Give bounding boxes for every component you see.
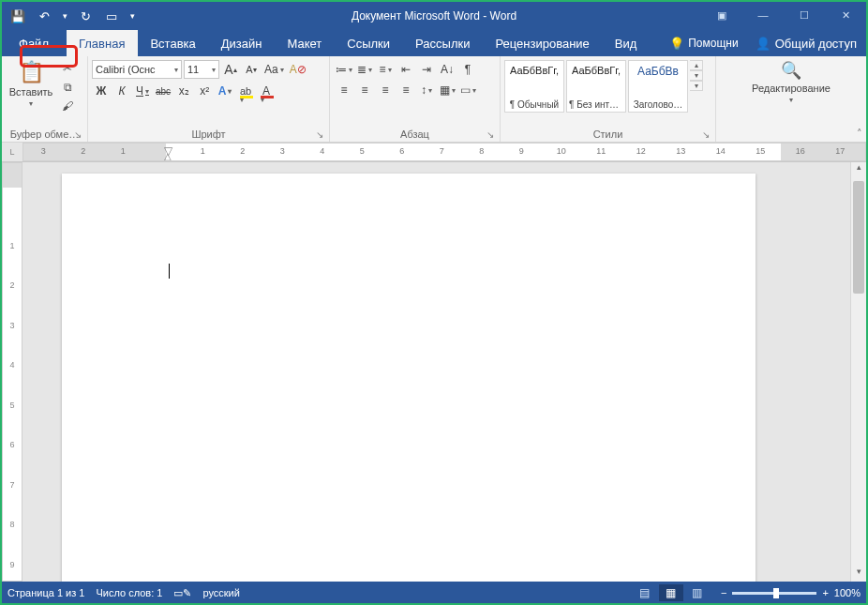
ruler-tick: 6	[382, 146, 423, 156]
style-heading1[interactable]: АаБбВв Заголово…	[628, 60, 688, 113]
strikethrough-button[interactable]: abc	[154, 82, 172, 100]
font-size-combo[interactable]: 11▾	[184, 60, 219, 79]
bullets-button[interactable]: ≔	[334, 60, 354, 79]
styles-scroll-up-icon[interactable]: ▴	[690, 60, 703, 70]
vertical-scrollbar[interactable]: ▴ ▾	[850, 162, 866, 582]
increase-indent-icon[interactable]: ⇥	[416, 60, 437, 79]
grow-font-icon[interactable]: A▴	[221, 60, 240, 79]
cut-icon[interactable]: ✂	[58, 60, 77, 77]
zoom-in-icon[interactable]: +	[822, 587, 828, 598]
ribbon-options-icon[interactable]: ▣	[701, 2, 742, 28]
close-icon[interactable]: ✕	[825, 2, 866, 28]
ruler-tick: 8	[462, 146, 502, 156]
change-case-button[interactable]: Aa	[262, 60, 286, 79]
paste-button[interactable]: 📋 Вставить ▾	[6, 58, 56, 128]
copy-icon[interactable]: ⧉	[58, 79, 77, 96]
ruler-tick: 10	[542, 146, 582, 156]
subscript-button[interactable]: x₂	[174, 82, 193, 100]
style-normal[interactable]: АаБбВвГг, ¶ Обычный	[504, 60, 564, 113]
italic-button[interactable]: К	[112, 82, 131, 100]
tab-view[interactable]: Вид	[603, 30, 651, 56]
bold-button[interactable]: Ж	[92, 82, 111, 100]
share-button[interactable]: 👤 Общий доступ	[746, 30, 866, 56]
maximize-icon[interactable]: ☐	[784, 2, 825, 28]
format-painter-icon[interactable]: 🖌	[58, 98, 77, 114]
tab-file[interactable]: Файл	[2, 30, 67, 56]
tab-home[interactable]: Главная	[67, 30, 138, 56]
sort-icon[interactable]: A↓	[437, 60, 457, 79]
tell-me-label[interactable]: Помощни	[688, 37, 738, 50]
styles-gallery-scroll[interactable]: ▴ ▾ ▾	[690, 60, 703, 91]
text-effects-button[interactable]: A	[216, 82, 234, 100]
font-launcher-icon[interactable]: ↘	[316, 129, 327, 141]
zoom-value[interactable]: 100%	[834, 587, 861, 598]
justify-icon[interactable]: ≡	[396, 81, 416, 99]
clear-formatting-icon[interactable]: A⊘	[288, 60, 308, 79]
highlight-button[interactable]: ab	[236, 82, 255, 100]
read-mode-icon[interactable]: ▤	[633, 584, 657, 601]
multilevel-button[interactable]: ≡	[375, 60, 396, 79]
ruler-tick: 2	[223, 146, 263, 156]
underline-button[interactable]: Ч	[133, 82, 152, 100]
numbering-button[interactable]: ≣	[354, 60, 375, 79]
styles-scroll-down-icon[interactable]: ▾	[690, 70, 703, 81]
styles-launcher-icon[interactable]: ↘	[702, 129, 713, 141]
show-marks-icon[interactable]: ¶	[457, 60, 478, 79]
clipboard-launcher-icon[interactable]: ↘	[74, 129, 85, 141]
styles-expand-icon[interactable]: ▾	[690, 81, 703, 91]
hanging-indent-icon[interactable]: △	[164, 151, 172, 161]
superscript-button[interactable]: x²	[195, 82, 214, 100]
paste-label: Вставить	[9, 86, 53, 98]
page[interactable]	[62, 174, 756, 582]
scroll-thumb[interactable]	[853, 181, 864, 294]
scroll-up-icon[interactable]: ▴	[851, 162, 866, 177]
qat-customize-icon[interactable]: ▾	[126, 5, 139, 27]
tell-me-icon[interactable]: 💡	[669, 37, 684, 51]
borders-button[interactable]: ▭	[457, 81, 478, 99]
align-right-icon[interactable]: ≡	[375, 81, 396, 99]
ruler-tick	[3, 188, 22, 228]
ruler-tick: 2	[3, 267, 22, 308]
tab-layout[interactable]: Макет	[275, 30, 335, 56]
ruler-tick: 2	[64, 146, 104, 156]
print-layout-icon[interactable]: ▦	[659, 584, 683, 601]
status-language[interactable]: русский	[202, 587, 239, 598]
undo-icon[interactable]: ↶	[32, 5, 56, 27]
ruler-tick: 1	[3, 228, 22, 268]
horizontal-ruler[interactable]: 3211234567891011121314151617 ▽ △	[22, 143, 866, 161]
new-doc-icon[interactable]: ▭	[99, 5, 124, 27]
tab-references[interactable]: Ссылки	[335, 30, 403, 56]
tab-insert[interactable]: Вставка	[138, 30, 208, 56]
line-spacing-button[interactable]: ↕	[416, 81, 437, 99]
save-icon[interactable]: 💾	[6, 5, 30, 27]
tab-review[interactable]: Рецензирование	[483, 30, 602, 56]
align-center-icon[interactable]: ≡	[354, 81, 375, 99]
zoom-slider[interactable]	[732, 592, 816, 595]
shading-button[interactable]: ▦	[437, 81, 457, 99]
decrease-indent-icon[interactable]: ⇤	[396, 60, 416, 79]
styles-group-label: Стили	[504, 128, 711, 142]
ruler-tick: 1	[103, 146, 143, 156]
scroll-down-icon[interactable]: ▾	[851, 567, 866, 582]
font-name-combo[interactable]: Calibri (Оснс▾	[92, 60, 182, 79]
font-color-button[interactable]: A	[257, 82, 276, 100]
style-no-spacing[interactable]: АаБбВвГг, ¶ Без инте…	[566, 60, 626, 113]
minimize-icon[interactable]: —	[742, 2, 784, 28]
zoom-out-icon[interactable]: −	[721, 587, 726, 598]
align-left-icon[interactable]: ≡	[334, 81, 354, 99]
document-pane[interactable]	[22, 162, 850, 582]
paragraph-launcher-icon[interactable]: ↘	[486, 129, 498, 141]
tab-mailings[interactable]: Рассылки	[403, 30, 483, 56]
proofing-icon[interactable]: ▭✎	[173, 587, 191, 599]
redo-icon[interactable]: ↻	[73, 5, 97, 27]
zoom-control: − + 100%	[721, 587, 861, 598]
undo-dropdown-icon[interactable]: ▾	[58, 5, 71, 27]
vertical-ruler[interactable]: 123456789	[2, 162, 22, 582]
collapse-ribbon-icon[interactable]: ˄	[857, 128, 862, 140]
shrink-font-icon[interactable]: A▾	[242, 60, 261, 79]
web-layout-icon[interactable]: ▥	[685, 584, 710, 601]
editing-button[interactable]: 🔍 Редактирование ▾	[740, 58, 843, 128]
status-words[interactable]: Число слов: 1	[96, 587, 162, 598]
tab-design[interactable]: Дизайн	[209, 30, 276, 56]
status-page[interactable]: Страница 1 из 1	[7, 587, 84, 598]
